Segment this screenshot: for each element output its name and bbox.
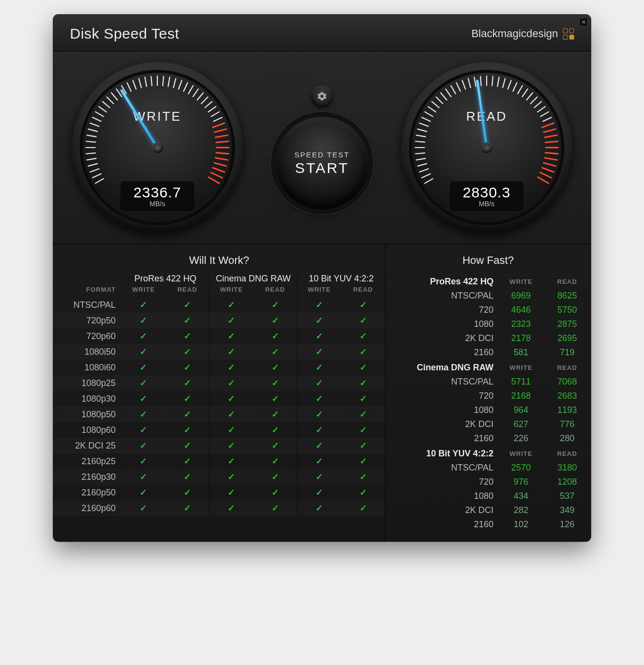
checkmark-icon: ✓ bbox=[272, 316, 279, 325]
read-value-cell: 7068 bbox=[543, 375, 591, 389]
check-cell: ✓ bbox=[122, 438, 166, 453]
check-cell: ✓ bbox=[122, 313, 166, 328]
format-cell: 2160 bbox=[386, 517, 498, 532]
svg-line-0 bbox=[95, 179, 104, 184]
table-row: 720 2168 2683 bbox=[386, 389, 591, 403]
write-value: 2336.7 bbox=[121, 184, 194, 201]
svg-line-26 bbox=[168, 77, 170, 86]
table-row: 2K DCI 627 776 bbox=[386, 417, 591, 431]
svg-line-14 bbox=[103, 102, 110, 107]
checkmark-icon: ✓ bbox=[140, 300, 147, 310]
checkmark-icon: ✓ bbox=[140, 425, 147, 435]
checkmark-icon: ✓ bbox=[316, 472, 323, 482]
write-value-cell: 226 bbox=[498, 431, 543, 446]
read-value-cell: 2875 bbox=[543, 317, 591, 331]
table-row: 2160p60✓✓✓✓✓✓ bbox=[53, 500, 385, 516]
svg-line-75 bbox=[497, 77, 499, 86]
checkmark-icon: ✓ bbox=[184, 472, 191, 482]
read-value-cell: 2683 bbox=[543, 389, 591, 403]
table-row: 2160p25✓✓✓✓✓✓ bbox=[53, 453, 385, 469]
check-cell: ✓ bbox=[210, 313, 254, 328]
format-cell: 720p50 bbox=[53, 313, 122, 328]
checkmark-icon: ✓ bbox=[184, 441, 191, 450]
checkmark-icon: ✓ bbox=[316, 300, 323, 310]
check-cell: ✓ bbox=[166, 407, 210, 422]
checkmark-icon: ✓ bbox=[228, 363, 235, 372]
checkmark-icon: ✓ bbox=[360, 394, 367, 404]
checkmark-icon: ✓ bbox=[184, 300, 191, 310]
checkmark-icon: ✓ bbox=[272, 441, 279, 450]
svg-line-49 bbox=[425, 179, 433, 184]
svg-line-93 bbox=[545, 158, 557, 160]
close-button[interactable]: ✕ bbox=[579, 18, 588, 26]
svg-line-54 bbox=[415, 153, 425, 154]
write-value-cell: 282 bbox=[498, 503, 543, 517]
codec-header: 10 Bit YUV 4:2:2 bbox=[386, 446, 498, 461]
checkmark-icon: ✓ bbox=[140, 456, 147, 466]
table-row: NTSC/PAL 6969 8625 bbox=[386, 289, 591, 303]
svg-line-70 bbox=[468, 79, 471, 87]
check-cell: ✓ bbox=[210, 407, 254, 422]
checkmark-icon: ✓ bbox=[360, 503, 367, 513]
brand-dots-icon bbox=[563, 28, 574, 40]
checkmark-icon: ✓ bbox=[140, 488, 147, 497]
read-value-cell: 349 bbox=[543, 503, 591, 517]
svg-line-1 bbox=[92, 174, 101, 178]
check-cell: ✓ bbox=[166, 469, 210, 485]
svg-line-94 bbox=[544, 163, 556, 166]
write-value-cell: 976 bbox=[498, 475, 543, 489]
write-value-cell: 2168 bbox=[498, 389, 543, 403]
checkmark-icon: ✓ bbox=[316, 488, 323, 497]
check-cell: ✓ bbox=[253, 344, 297, 360]
table-row: 2160 581 719 bbox=[386, 345, 591, 360]
hf-group-header: 10 Bit YUV 4:2:2 WRITE READ bbox=[386, 446, 591, 461]
svg-line-74 bbox=[492, 76, 493, 86]
svg-line-33 bbox=[201, 97, 208, 104]
checkmark-icon: ✓ bbox=[272, 347, 279, 357]
checkmark-icon: ✓ bbox=[184, 316, 191, 325]
svg-line-28 bbox=[179, 81, 182, 89]
check-cell: ✓ bbox=[210, 500, 254, 516]
check-cell: ✓ bbox=[210, 422, 254, 438]
how-fast-title: How Fast? bbox=[386, 251, 591, 274]
format-cell: 720p60 bbox=[53, 328, 122, 344]
svg-line-57 bbox=[416, 135, 426, 137]
svg-line-69 bbox=[462, 81, 466, 89]
will-it-work-title: Will It Work? bbox=[53, 251, 385, 274]
checkmark-icon: ✓ bbox=[360, 472, 367, 482]
format-cell: 2K DCI bbox=[386, 503, 498, 517]
checkmark-icon: ✓ bbox=[360, 316, 367, 325]
read-value-cell: 126 bbox=[543, 517, 591, 532]
check-cell: ✓ bbox=[341, 375, 385, 391]
app-window: ✕ Disk Speed Test Blackmagicdesign WRITE… bbox=[53, 15, 591, 541]
svg-line-50 bbox=[422, 174, 430, 178]
settings-button[interactable] bbox=[311, 86, 333, 107]
check-cell: ✓ bbox=[297, 453, 341, 469]
check-cell: ✓ bbox=[341, 453, 385, 469]
table-row: 1080 2323 2875 bbox=[386, 317, 591, 331]
check-cell: ✓ bbox=[253, 453, 297, 469]
sub-header: WRITE bbox=[122, 285, 166, 297]
svg-line-82 bbox=[531, 97, 537, 104]
checkmark-icon: ✓ bbox=[228, 331, 235, 341]
will-it-work-panel: Will It Work? ProRes 422 HQCinema DNG RA… bbox=[53, 244, 386, 541]
center-column: SPEED TEST START bbox=[276, 86, 368, 210]
svg-line-90 bbox=[545, 141, 558, 142]
write-value-cell: 434 bbox=[498, 489, 543, 503]
read-readout: 2830.3 MB/s bbox=[450, 181, 523, 211]
check-cell: ✓ bbox=[253, 391, 297, 407]
svg-line-66 bbox=[446, 89, 451, 97]
svg-line-4 bbox=[87, 158, 96, 160]
check-cell: ✓ bbox=[297, 485, 341, 500]
checkmark-icon: ✓ bbox=[228, 300, 235, 310]
table-row: 2K DCI 25✓✓✓✓✓✓ bbox=[53, 438, 385, 453]
svg-line-92 bbox=[545, 153, 558, 154]
check-cell: ✓ bbox=[122, 407, 166, 422]
check-cell: ✓ bbox=[341, 297, 385, 313]
start-button[interactable]: SPEED TEST START bbox=[276, 117, 368, 210]
svg-line-64 bbox=[436, 97, 443, 104]
checkmark-icon: ✓ bbox=[184, 409, 191, 419]
table-row: 1080p25✓✓✓✓✓✓ bbox=[53, 375, 385, 391]
checkmark-icon: ✓ bbox=[272, 488, 279, 497]
checkmark-icon: ✓ bbox=[316, 378, 323, 388]
